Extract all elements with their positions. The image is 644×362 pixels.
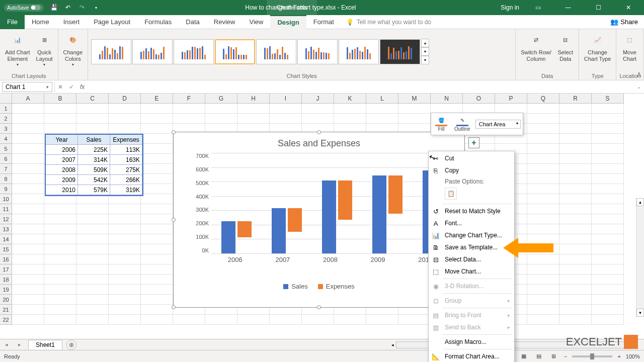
- enter-formula-icon[interactable]: ✓: [66, 83, 77, 90]
- column-header[interactable]: O: [463, 94, 495, 104]
- chart-style-option[interactable]: [215, 39, 255, 64]
- row-header[interactable]: 5: [0, 144, 12, 154]
- zoom-slider[interactable]: [572, 355, 612, 357]
- ctx-reset-match-style[interactable]: ↺Reset to Match Style: [429, 205, 514, 217]
- paste-icon[interactable]: 📋: [445, 188, 457, 200]
- ctx-select-data[interactable]: ⊟Select Data...: [429, 253, 514, 265]
- sheet-nav-prev-icon[interactable]: ◂: [0, 341, 13, 348]
- qat-dropdown-icon[interactable]: ▾: [92, 4, 100, 12]
- table-cell[interactable]: 319K: [110, 185, 142, 195]
- table-cell[interactable]: 2010: [46, 185, 78, 195]
- chart-style-option[interactable]: [174, 39, 214, 64]
- column-header[interactable]: N: [431, 94, 463, 104]
- vertical-scrollbar[interactable]: ▲ ▼: [636, 198, 644, 317]
- column-header[interactable]: E: [141, 94, 173, 104]
- data-table-selection[interactable]: YearSalesExpenses2006225K113K2007314K163…: [45, 134, 143, 196]
- row-header[interactable]: 3: [0, 124, 12, 134]
- table-cell[interactable]: 579K: [78, 185, 110, 195]
- column-header[interactable]: J: [302, 94, 334, 104]
- ctx-font[interactable]: AFont...: [429, 217, 514, 229]
- table-cell[interactable]: 113K: [110, 145, 142, 155]
- row-header[interactable]: 7: [0, 164, 12, 174]
- undo-icon[interactable]: ↶: [64, 4, 72, 12]
- spreadsheet-grid[interactable]: ABCDEFGHIJKLMNOPQRS 12345678910111213141…: [0, 94, 644, 340]
- collapse-ribbon-icon[interactable]: ᐱ: [637, 71, 641, 78]
- switch-row-column-button[interactable]: ⇄ Switch Row/ Column: [519, 31, 553, 63]
- style-scroll-button[interactable]: ▾: [421, 56, 429, 64]
- table-cell[interactable]: 2007: [46, 155, 78, 165]
- chart-bar[interactable]: [237, 221, 252, 237]
- row-header[interactable]: 19: [0, 285, 12, 295]
- column-header[interactable]: H: [237, 94, 270, 104]
- column-header[interactable]: S: [592, 94, 624, 104]
- zoom-level[interactable]: 100%: [626, 353, 640, 359]
- chart-object[interactable]: Sales and Expenses 700K600K500K400K300K2…: [173, 132, 465, 308]
- row-header[interactable]: 9: [0, 184, 12, 194]
- select-data-button[interactable]: ⊟ Select Data: [555, 31, 576, 63]
- row-header[interactable]: 12: [0, 214, 12, 224]
- row-header[interactable]: 14: [0, 234, 12, 244]
- column-header[interactable]: F: [173, 94, 205, 104]
- zoom-in-button[interactable]: +: [617, 353, 620, 359]
- chart-bar[interactable]: [372, 175, 386, 253]
- tab-page-layout[interactable]: Page Layout: [87, 15, 137, 29]
- style-scroll-button[interactable]: ▾: [421, 47, 429, 56]
- cancel-formula-icon[interactable]: ✕: [55, 83, 66, 90]
- row-header[interactable]: 4: [0, 134, 12, 144]
- maximize-icon[interactable]: ☐: [587, 0, 610, 15]
- change-chart-type-button[interactable]: 📈 Change Chart Type: [582, 31, 613, 63]
- column-header[interactable]: Q: [527, 94, 559, 104]
- select-all-corner[interactable]: [0, 94, 12, 104]
- row-header[interactable]: 22: [0, 315, 12, 325]
- expand-formula-bar-icon[interactable]: ⌄: [634, 84, 644, 89]
- tab-file[interactable]: File: [0, 15, 25, 29]
- tell-me-search[interactable]: 💡 Tell me what you want to do: [346, 19, 604, 26]
- column-header[interactable]: B: [44, 94, 76, 104]
- table-header[interactable]: Sales: [78, 135, 110, 145]
- table-cell[interactable]: 509K: [78, 165, 110, 175]
- outline-button[interactable]: ✎ Outline: [452, 115, 472, 133]
- minimize-icon[interactable]: —: [556, 0, 580, 15]
- name-box[interactable]: Chart 1▾: [2, 82, 52, 92]
- table-cell[interactable]: 225K: [78, 145, 110, 155]
- ctx-format-chart-area[interactable]: 📐Format Chart Area...: [429, 350, 514, 362]
- add-sheet-button[interactable]: ⊕: [66, 340, 76, 350]
- row-header[interactable]: 2: [0, 114, 12, 124]
- column-header[interactable]: R: [559, 94, 592, 104]
- table-cell[interactable]: 314K: [78, 155, 110, 165]
- chart-style-option[interactable]: [256, 39, 296, 64]
- row-header[interactable]: 6: [0, 154, 12, 164]
- tab-formulas[interactable]: Formulas: [137, 15, 179, 29]
- column-header[interactable]: M: [398, 94, 431, 104]
- column-header[interactable]: L: [366, 94, 398, 104]
- column-header[interactable]: P: [495, 94, 527, 104]
- table-cell[interactable]: 2006: [46, 145, 78, 155]
- chart-bar[interactable]: [338, 180, 352, 220]
- fill-button[interactable]: 🪣 Fill: [433, 115, 449, 133]
- close-icon[interactable]: ✕: [617, 0, 640, 15]
- ribbon-options-icon[interactable]: ▭: [526, 0, 549, 15]
- column-header[interactable]: G: [205, 94, 237, 104]
- chart-legend[interactable]: Sales Expenses: [174, 268, 464, 290]
- row-header[interactable]: 1: [0, 104, 12, 114]
- fx-icon[interactable]: fx: [77, 83, 88, 90]
- tab-review[interactable]: Review: [207, 15, 243, 29]
- table-cell[interactable]: 275K: [110, 165, 142, 175]
- chart-element-selector[interactable]: Chart Area ▾: [475, 120, 521, 129]
- table-header[interactable]: Expenses: [110, 135, 142, 145]
- tab-insert[interactable]: Insert: [56, 15, 87, 29]
- row-header[interactable]: 10: [0, 194, 12, 204]
- page-layout-view-icon[interactable]: ▤: [534, 352, 544, 360]
- row-header[interactable]: 18: [0, 275, 12, 285]
- tab-home[interactable]: Home: [25, 15, 56, 29]
- ctx-change-chart-type[interactable]: 📊Change Chart Type...: [429, 229, 514, 241]
- sign-in-link[interactable]: Sign in: [501, 4, 519, 11]
- change-colors-button[interactable]: 🎨 Change Colors▾: [61, 31, 85, 68]
- row-header[interactable]: 15: [0, 244, 12, 254]
- ctx-cut[interactable]: ✂Cut: [429, 152, 514, 164]
- autosave-toggle[interactable]: AutoSave: [4, 4, 44, 12]
- redo-icon[interactable]: ↷: [78, 4, 86, 12]
- chart-bar[interactable]: [322, 180, 336, 253]
- row-header[interactable]: 17: [0, 264, 12, 275]
- table-cell[interactable]: 163K: [110, 155, 142, 165]
